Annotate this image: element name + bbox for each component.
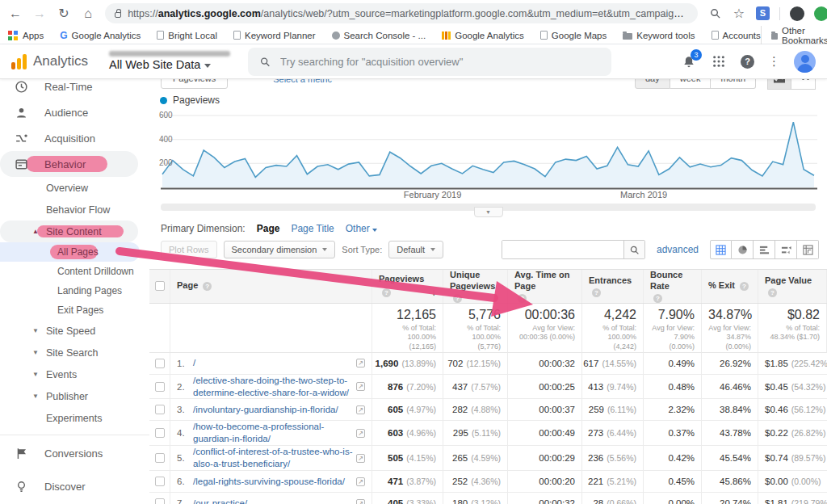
row-checkbox[interactable] xyxy=(155,428,165,438)
zoom-search-icon[interactable] xyxy=(707,6,722,21)
compare-dots-icon[interactable] xyxy=(791,79,816,90)
bookmark-google-analytics[interactable]: Google Analytics xyxy=(60,30,141,41)
performance-view-icon[interactable] xyxy=(754,240,775,259)
sidebar-item-landing-pages[interactable]: Landing Pages xyxy=(0,281,149,300)
column-header-exit[interactable]: % Exit? xyxy=(702,270,758,303)
row-checkbox[interactable] xyxy=(155,405,165,414)
sidebar-item-conversions[interactable]: Conversions xyxy=(0,440,149,466)
help-icon[interactable]: ? xyxy=(382,288,391,297)
row-checkbox[interactable] xyxy=(155,498,165,504)
sidebar-item-site-search[interactable]: ▼Site Search xyxy=(0,342,149,363)
row-checkbox[interactable] xyxy=(155,453,165,463)
property-selector[interactable]: All Web Site Data xyxy=(109,51,230,72)
sidebar-item-events[interactable]: ▼Events xyxy=(0,363,149,385)
granularity-month-button[interactable]: month xyxy=(711,79,756,89)
open-page-icon[interactable]: ↗ xyxy=(356,429,365,438)
secondary-dimension-button[interactable]: Secondary dimension xyxy=(224,241,336,258)
row-checkbox[interactable] xyxy=(155,382,165,392)
profile-avatar-green[interactable] xyxy=(814,6,827,21)
page-link[interactable]: / xyxy=(193,357,195,369)
ga-search-input[interactable] xyxy=(280,56,600,68)
bookmark-star-icon[interactable]: ☆ xyxy=(732,7,746,20)
sidebar-item-behavior-flow[interactable]: Behavior Flow xyxy=(0,199,149,220)
percentage-view-icon[interactable] xyxy=(732,240,754,259)
open-page-icon[interactable]: ↗ xyxy=(356,477,365,486)
sidebar-item-audience[interactable]: Audience xyxy=(0,99,149,125)
notifications-bell-icon[interactable]: 3 xyxy=(681,53,697,69)
granularity-week-button[interactable]: week xyxy=(670,79,712,89)
open-page-icon[interactable]: ↗ xyxy=(356,382,365,391)
column-header-entrances[interactable]: Entrances? xyxy=(582,270,644,303)
open-page-icon[interactable]: ↗ xyxy=(356,405,365,414)
column-header-page-value[interactable]: Page Value? xyxy=(758,270,827,303)
page-link[interactable]: /legal-rights-surviving-spouse-florida/ xyxy=(193,476,345,488)
row-checkbox[interactable] xyxy=(155,477,165,486)
help-icon[interactable]: ? xyxy=(203,282,212,291)
chart-type-icon[interactable] xyxy=(767,79,791,90)
page-link[interactable]: /elective-share-doing-the-two-step-to-de… xyxy=(193,375,356,399)
dimension-page[interactable]: Page xyxy=(257,223,280,234)
bookmark-google-analytics[interactable]: Google Analytics xyxy=(442,31,524,40)
page-link[interactable]: /how-to-become-a-professional-guardian-i… xyxy=(193,421,356,445)
profile-avatar-dark[interactable] xyxy=(790,6,804,21)
sort-type-button[interactable]: Default xyxy=(388,241,443,258)
sidebar-item-exit-pages[interactable]: Exit Pages xyxy=(0,300,149,320)
column-header-pageviews[interactable]: Pageviews?↓ xyxy=(372,270,443,303)
sidebar-item-overview[interactable]: Overview xyxy=(0,177,149,199)
granularity-day-button[interactable]: day xyxy=(635,79,670,89)
open-page-icon[interactable]: ↗ xyxy=(356,359,365,368)
table-search-input[interactable] xyxy=(502,241,623,258)
sidebar-item-site-speed[interactable]: ▼Site Speed xyxy=(0,320,149,342)
metric-selector-button[interactable]: Pageviews xyxy=(161,79,228,89)
pivot-view-icon[interactable] xyxy=(797,240,819,259)
plot-rows-button[interactable]: Plot Rows xyxy=(161,241,217,258)
help-icon[interactable]: ? xyxy=(740,282,749,291)
home-icon[interactable]: ⌂ xyxy=(81,7,95,20)
dimension-page-title[interactable]: Page Title xyxy=(291,223,334,234)
sidebar-item-behavior[interactable]: Behavior xyxy=(0,151,138,177)
other-bookmarks[interactable]: Other Bookmarks xyxy=(761,26,827,45)
bookmark-keyword-planner[interactable]: Keyword Planner xyxy=(233,31,316,40)
bookmark-keyword-tools[interactable]: Keyword tools xyxy=(623,31,695,40)
sidebar-item-content-drilldown[interactable]: Content Drilldown xyxy=(0,262,149,281)
bookmark-accounts[interactable]: Accounts xyxy=(712,31,761,40)
help-icon[interactable]: ? xyxy=(768,288,777,297)
help-icon[interactable]: ? xyxy=(741,55,754,69)
row-checkbox[interactable] xyxy=(155,359,165,368)
column-header-page[interactable]: Page? xyxy=(170,270,372,303)
open-page-icon[interactable]: ↗ xyxy=(356,499,365,504)
sidebar-item-acquisition[interactable]: Acquisition xyxy=(0,125,149,151)
bookmark-bright-local[interactable]: Bright Local xyxy=(157,31,217,40)
page-link[interactable]: /involuntary-guardianship-in-florida/ xyxy=(193,404,338,416)
sidebar-item-experiments[interactable]: Experiments xyxy=(0,407,149,429)
sidebar-item-all-pages[interactable]: All Pages xyxy=(0,242,140,262)
select-metric-link[interactable]: Select a metric xyxy=(273,79,332,84)
back-icon[interactable]: ← xyxy=(8,7,23,20)
bookmark-apps[interactable]: Apps xyxy=(8,31,44,40)
sidebar-item-real-time[interactable]: Real-Time xyxy=(0,79,149,99)
kebab-menu-icon[interactable]: ⋮ xyxy=(768,54,780,69)
help-icon[interactable]: ? xyxy=(518,294,527,303)
comparison-view-icon[interactable] xyxy=(775,240,797,259)
reload-icon[interactable]: ↻ xyxy=(57,7,71,20)
column-header-bounce-rate[interactable]: Bounce Rate? xyxy=(644,270,702,303)
bookmark-search-console[interactable]: Search Console - ... xyxy=(332,31,426,40)
help-icon[interactable]: ? xyxy=(592,288,601,297)
help-icon[interactable]: ? xyxy=(653,294,662,303)
open-page-icon[interactable]: ↗ xyxy=(356,454,365,463)
collapse-handle-icon[interactable]: ▼ xyxy=(474,207,503,217)
user-avatar[interactable] xyxy=(794,51,816,73)
forward-icon[interactable]: → xyxy=(32,7,47,20)
help-icon[interactable]: ? xyxy=(453,294,462,303)
ga-search-bar[interactable] xyxy=(248,48,611,76)
sidebar-item-discover[interactable]: Discover xyxy=(0,473,149,499)
page-link[interactable]: /conflict-of-interest-of-a-trustee-who-i… xyxy=(193,446,356,470)
sidebar-item-site-content[interactable]: ▲Site Content xyxy=(0,220,138,242)
column-header-avg-time-on-page[interactable]: Avg. Time on Page? xyxy=(508,270,582,303)
select-all-checkbox[interactable] xyxy=(155,281,165,291)
column-header-unique-pageviews[interactable]: Unique Pageviews? xyxy=(443,270,508,303)
chart-collapse-bar[interactable]: ▼ xyxy=(161,204,816,211)
page-link[interactable]: /our-practice/ xyxy=(193,498,247,504)
advanced-link[interactable]: advanced xyxy=(657,244,699,255)
url-bar[interactable]: https://analytics.google.com/analytics/w… xyxy=(105,3,698,23)
